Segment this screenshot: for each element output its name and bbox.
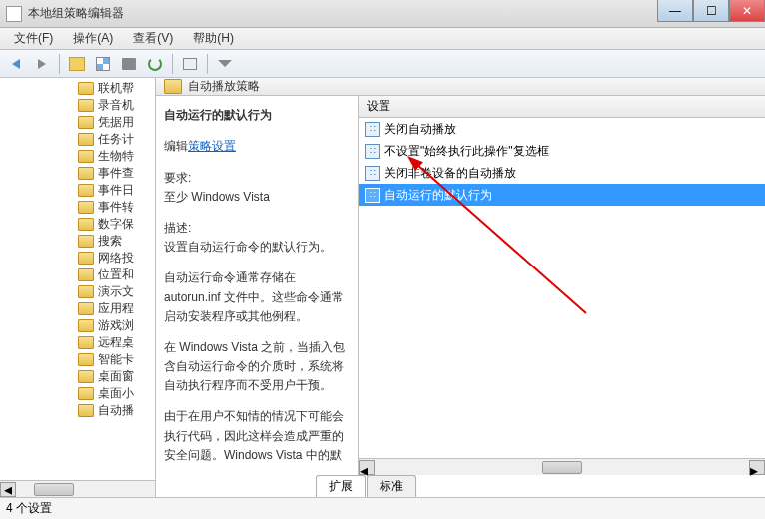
- tree-item[interactable]: 智能卡: [0, 351, 155, 368]
- tree-item[interactable]: 录音机: [0, 97, 155, 114]
- edit-policy-link[interactable]: 策略设置: [188, 139, 236, 153]
- setting-label: 不设置"始终执行此操作"复选框: [384, 143, 549, 160]
- tree-item-label: 生物特: [98, 148, 134, 165]
- tree-list: 联机帮录音机凭据用任务计生物特事件查事件日事件转数字保搜索网络投位置和演示文应用…: [0, 78, 155, 419]
- scroll-thumb[interactable]: [542, 461, 582, 474]
- tree-item[interactable]: 桌面窗: [0, 368, 155, 385]
- tree-pane: 联机帮录音机凭据用任务计生物特事件查事件日事件转数字保搜索网络投位置和演示文应用…: [0, 78, 156, 497]
- menu-file[interactable]: 文件(F): [4, 28, 63, 49]
- tree-item-label: 录音机: [98, 97, 134, 114]
- settings-column-header[interactable]: 设置: [359, 96, 765, 118]
- maximize-button[interactable]: ☐: [693, 0, 729, 22]
- tree-item-label: 事件转: [98, 199, 134, 216]
- status-text: 4 个设置: [6, 500, 52, 517]
- desc-para2: 在 Windows Vista 之前，当插入包含自动运行命令的介质时，系统将自动…: [164, 338, 350, 396]
- arrow-right-icon: [38, 59, 46, 69]
- settings-list: ∷关闭自动播放∷不设置"始终执行此操作"复选框∷关闭非卷设备的自动播放∷自动运行…: [359, 118, 765, 458]
- folder-icon: [78, 353, 94, 366]
- refresh-icon: [148, 57, 162, 71]
- tree-item-label: 任务计: [98, 131, 134, 148]
- tree-item[interactable]: 事件查: [0, 165, 155, 182]
- scroll-left-icon[interactable]: ◂: [0, 482, 16, 497]
- tree-item-label: 智能卡: [98, 351, 134, 368]
- export-button[interactable]: [117, 52, 141, 76]
- tab-extended[interactable]: 扩展: [316, 475, 366, 497]
- tree-item-label: 搜索: [98, 233, 122, 250]
- arrow-left-icon: [12, 59, 20, 69]
- content-area: 联机帮录音机凭据用任务计生物特事件查事件日事件转数字保搜索网络投位置和演示文应用…: [0, 78, 765, 497]
- back-button[interactable]: [4, 52, 28, 76]
- tree-h-scrollbar[interactable]: ◂: [0, 480, 155, 497]
- show-hide-button[interactable]: [91, 52, 115, 76]
- close-button[interactable]: ✕: [729, 0, 765, 22]
- tab-standard[interactable]: 标准: [367, 475, 416, 497]
- scroll-right-icon[interactable]: ▸: [749, 460, 765, 475]
- policy-icon: ∷: [365, 122, 380, 137]
- tree-item-label: 数字保: [98, 216, 134, 233]
- window-title: 本地组策略编辑器: [28, 5, 124, 22]
- menubar: 文件(F) 操作(A) 查看(V) 帮助(H): [0, 28, 765, 50]
- forward-button[interactable]: [30, 52, 54, 76]
- folder-icon: [78, 99, 94, 112]
- folder-icon: [78, 370, 94, 383]
- tree-item-label: 游戏浏: [98, 317, 134, 334]
- tree-item-label: 远程桌: [98, 334, 134, 351]
- folder-icon: [78, 150, 94, 163]
- tree-item-label: 事件日: [98, 182, 134, 199]
- folder-icon: [78, 302, 94, 315]
- menu-action[interactable]: 操作(A): [63, 28, 123, 49]
- scroll-left-icon[interactable]: ◂: [359, 460, 375, 475]
- up-button[interactable]: [65, 52, 89, 76]
- tree-item[interactable]: 事件日: [0, 182, 155, 199]
- tree-item[interactable]: 位置和: [0, 266, 155, 283]
- tree-item[interactable]: 桌面小: [0, 385, 155, 402]
- tree-item-label: 桌面小: [98, 385, 134, 402]
- separator: [59, 54, 60, 74]
- tree-item-label: 桌面窗: [98, 368, 134, 385]
- folder-icon: [78, 252, 94, 265]
- tree-item-label: 凭据用: [98, 114, 134, 131]
- setting-row[interactable]: ∷关闭非卷设备的自动播放: [359, 162, 765, 184]
- settings-pane: 设置 ∷关闭自动播放∷不设置"始终执行此操作"复选框∷关闭非卷设备的自动播放∷自…: [358, 96, 765, 475]
- desc-text: 设置自动运行命令的默认行为。: [164, 238, 350, 257]
- minimize-button[interactable]: —: [657, 0, 693, 22]
- req-text: 至少 Windows Vista: [164, 188, 350, 207]
- requirement-section: 要求: 至少 Windows Vista: [164, 169, 350, 207]
- folder-icon: [78, 167, 94, 180]
- properties-button[interactable]: [178, 52, 202, 76]
- scroll-thumb[interactable]: [34, 483, 74, 496]
- setting-row[interactable]: ∷自动运行的默认行为: [359, 184, 765, 206]
- tree-item[interactable]: 搜索: [0, 233, 155, 250]
- tree-item-label: 演示文: [98, 283, 134, 300]
- tree-item[interactable]: 生物特: [0, 148, 155, 165]
- filter-button[interactable]: [213, 52, 237, 76]
- policy-icon: ∷: [365, 166, 380, 181]
- folder-icon: [78, 184, 94, 197]
- tree-item[interactable]: 自动播: [0, 402, 155, 419]
- setting-label: 自动运行的默认行为: [384, 187, 492, 204]
- detail-title: 自动运行的默认行为: [164, 106, 350, 125]
- tree-item[interactable]: 演示文: [0, 283, 155, 300]
- folder-icon: [78, 387, 94, 400]
- tree-item[interactable]: 远程桌: [0, 334, 155, 351]
- tree-item[interactable]: 联机帮: [0, 80, 155, 97]
- tree-item-label: 应用程: [98, 300, 134, 317]
- setting-row[interactable]: ∷不设置"始终执行此操作"复选框: [359, 140, 765, 162]
- app-icon: [6, 6, 22, 22]
- tree-item[interactable]: 事件转: [0, 199, 155, 216]
- setting-row[interactable]: ∷关闭自动播放: [359, 118, 765, 140]
- folder-icon: [78, 201, 94, 214]
- tree-item[interactable]: 应用程: [0, 300, 155, 317]
- tree-item[interactable]: 游戏浏: [0, 317, 155, 334]
- tree-item[interactable]: 数字保: [0, 216, 155, 233]
- refresh-button[interactable]: [143, 52, 167, 76]
- tree-item[interactable]: 凭据用: [0, 114, 155, 131]
- folder-icon: [78, 404, 94, 417]
- setting-label: 关闭非卷设备的自动播放: [384, 165, 516, 182]
- tree-item[interactable]: 任务计: [0, 131, 155, 148]
- menu-view[interactable]: 查看(V): [123, 28, 183, 49]
- menu-help[interactable]: 帮助(H): [183, 28, 244, 49]
- tree-item[interactable]: 网络投: [0, 250, 155, 266]
- window-icon: [183, 58, 197, 70]
- settings-h-scrollbar[interactable]: ◂ ▸: [359, 458, 765, 475]
